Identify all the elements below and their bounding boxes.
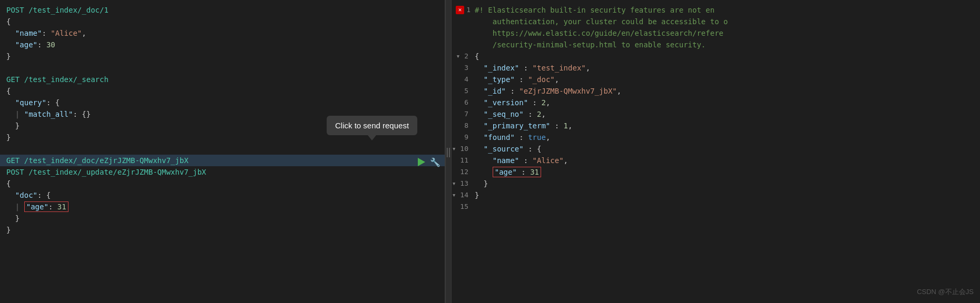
code-line-2: { [0,16,445,27]
output-line-5: "_id" : "eZjrJZMB-QMwxhv7_jbX", [473,85,980,97]
output-line-comment-1: #! Elasticsearch built-in security featu… [473,4,980,16]
code-line-14[interactable]: GET /test_index/_doc/eZjrJZMB-QMwxhv7_jb… [0,155,445,166]
error-badge: ✕ [456,6,464,14]
output-line-2: { [473,50,980,62]
code-line-3: "name": "Alice", [0,27,445,39]
line-num-blank-3 [452,39,473,50]
line-num-9: 9 [452,132,473,143]
watermark: CSDN @不止会JS [917,287,974,297]
code-line-16: { [0,178,445,189]
line-num-6: 6 [452,97,473,108]
code-line-1: POST /test_index/_doc/1 [0,4,445,16]
line-num-12: 12 [452,166,473,178]
line-num-blank-1 [452,16,473,27]
output-line-comment-2: authentication, your cluster could be ac… [473,16,980,27]
output-line-7: "_seq_no" : 2, [473,108,980,120]
output-line-6: "_version" : 2, [473,97,980,108]
output-line-8: "_primary_term" : 1, [473,120,980,132]
output-content: #! Elasticsearch built-in security featu… [473,0,980,303]
send-request-tooltip: Click to send request [327,116,417,135]
code-line-7: GET /test_index/_search [0,74,445,85]
code-line-19: } [0,213,445,224]
code-line-5: } [0,50,445,62]
output-line-11: "name" : "Alice", [473,155,980,166]
code-line-8: { [0,85,445,97]
code-line-18: | "age": 31 [0,201,445,213]
output-line-15 [473,201,980,213]
output-line-10: "_source" : { [473,143,980,155]
line-num-8: 8 [452,120,473,132]
line-num-7: 7 [452,108,473,120]
line-num-3: 3 [452,62,473,74]
output-line-13: } [473,178,980,189]
code-line-13 [0,143,445,155]
wrench-icon: 🔧 [430,157,440,167]
divider-icon: ‖ [446,146,452,157]
tooltip-text: Click to send request [335,121,409,130]
line-num-10[interactable]: ▾ 10 [452,143,473,155]
output-line-12: "age" : 31 [473,166,980,178]
output-line-comment-3: https://www.elastic.co/guide/en/elastics… [473,27,980,39]
code-line-9: "query": { [0,97,445,108]
line-num-5: 5 [452,85,473,97]
boxed-age: "age": 31 [24,201,68,212]
code-line-20: } [0,224,445,236]
left-editor-panel: POST /test_index/_doc/1 { "name": "Alice… [0,0,445,303]
play-icon [418,158,425,166]
code-line-6 [0,62,445,74]
line-num-14[interactable]: ▾ 14 [452,189,473,201]
output-line-9: "found" : true, [473,132,980,143]
code-line-17: "doc": { [0,189,445,201]
output-line-4: "_type" : "_doc", [473,74,980,85]
line-num-2[interactable]: ▾ 2 [452,50,473,62]
line-number-gutter: ✕ 1 ▾ 2 3 4 5 6 7 8 9 ▾ 10 11 12 ▾ 13 ▾ … [452,0,473,303]
method-post: POST [6,6,24,14]
code-line-15: POST /test_index/_update/eZjrJZMB-QMwxhv… [0,166,445,178]
line-num-13[interactable]: ▾ 13 [452,178,473,189]
output-line-comment-4: /security-minimal-setup.html to enable s… [473,39,980,50]
line-num-blank-2 [452,27,473,39]
code-line-4: "age": 30 [0,39,445,50]
right-output-panel: ✕ 1 ▾ 2 3 4 5 6 7 8 9 ▾ 10 11 12 ▾ 13 ▾ … [452,0,980,303]
line-num-15: 15 [452,201,473,213]
panel-divider[interactable]: ‖ [445,0,452,303]
line-num-11: 11 [452,155,473,166]
output-line-14: } [473,189,980,201]
line-num-1: ✕ 1 [452,4,473,16]
run-request-button[interactable] [416,157,427,167]
boxed-age-output: "age" : 31 [493,167,541,177]
output-line-3: "_index" : "test_index", [473,62,980,74]
line-num-4: 4 [452,74,473,85]
settings-button[interactable]: 🔧 [430,157,440,167]
action-buttons: 🔧 [416,157,440,167]
